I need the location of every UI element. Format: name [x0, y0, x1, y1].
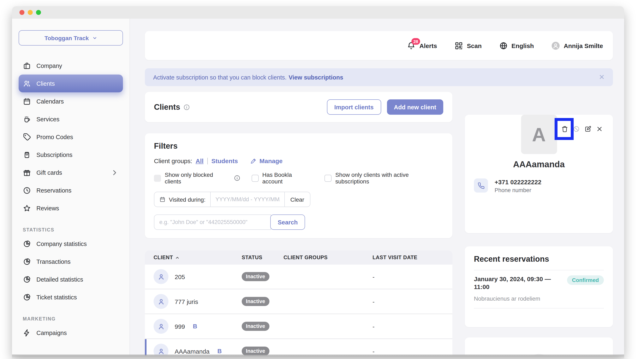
users-icon — [23, 79, 31, 88]
traffic-light-zoom-button[interactable] — [36, 10, 41, 15]
client-avatar — [154, 294, 168, 309]
table-row[interactable]: 999 B Inactive - — [145, 314, 452, 339]
clear-dates-button[interactable]: Clear — [284, 192, 310, 207]
banner-link[interactable]: View subscriptions — [289, 74, 343, 81]
reservation-item[interactable]: January 30, 2024, 09:30 — 11:00 Confirme… — [474, 275, 604, 291]
column-header-client[interactable]: CLIENT — [154, 255, 242, 260]
scan-label: Scan — [467, 42, 482, 49]
recent-reservations-card: Recent reservations January 30, 2024, 09… — [465, 246, 613, 327]
checkbox-active-subscriptions[interactable]: Show only clients with active subscripti… — [324, 171, 443, 185]
client-detail-name: AAAamanda — [465, 159, 613, 169]
app-window: Toboggan Track Company Clients Calendars — [12, 6, 624, 355]
search-input[interactable] — [154, 214, 271, 230]
sidebar-item-gift-cards[interactable]: Gift cards — [18, 164, 123, 181]
recent-reservations-title: Recent reservations — [474, 255, 604, 264]
table-row-selected[interactable]: AAAamanda B Inactive - — [145, 339, 452, 355]
sidebar-item-label: Calendars — [36, 98, 64, 105]
top-header-card: 28 Alerts Scan English Annija Smil — [145, 31, 613, 60]
block-icon[interactable] — [573, 126, 580, 133]
visited-during-label: Visited during: — [169, 196, 206, 203]
cup-icon — [23, 115, 31, 123]
traffic-light-close-button[interactable] — [20, 10, 24, 15]
sidebar-item-detailed-statistics[interactable]: Detailed statistics — [18, 270, 123, 288]
checkbox-label: Show only clients with active subscripti… — [335, 171, 443, 185]
client-avatar — [154, 269, 168, 284]
client-name: 999 — [175, 323, 185, 330]
column-header-last-visit[interactable]: LAST VISIT DATE — [372, 255, 452, 260]
last-visit-cell: - — [372, 298, 452, 305]
checkbox-has-bookla[interactable]: Has Bookla account — [252, 171, 313, 185]
import-clients-button[interactable]: Import clients — [327, 99, 381, 115]
sidebar-item-subscriptions[interactable]: Subscriptions — [18, 146, 123, 164]
person-icon — [157, 273, 165, 280]
column-header-status[interactable]: STATUS — [242, 255, 284, 260]
screenshot-stage: Toboggan Track Company Clients Calendars — [0, 0, 644, 359]
subscriptions-empty-card — [465, 337, 613, 355]
checkbox-box[interactable] — [324, 175, 332, 182]
traffic-light-minimize-button[interactable] — [28, 10, 33, 15]
sidebar-item-clients[interactable]: Clients — [18, 75, 123, 92]
phone-row: +371 022222222 Phone number — [465, 178, 613, 193]
alerts-button[interactable]: 28 Alerts — [407, 41, 437, 50]
sidebar-item-services[interactable]: Services — [18, 110, 123, 128]
sidebar-item-calendars[interactable]: Calendars — [18, 92, 123, 110]
client-detail-avatar: A — [521, 115, 557, 154]
group-filter-students[interactable]: Students — [211, 157, 238, 164]
sidebar-item-label: Subscriptions — [36, 151, 72, 158]
sidebar-item-reservations[interactable]: Reservations — [18, 181, 123, 199]
sidebar-item-reviews[interactable]: Reviews — [18, 199, 123, 217]
group-filter-all[interactable]: All — [196, 157, 204, 164]
divider — [474, 270, 604, 270]
titlebar — [12, 6, 624, 19]
page-title: Clients — [154, 103, 180, 112]
checkbox-box[interactable] — [154, 175, 161, 182]
close-icon[interactable] — [596, 126, 603, 133]
add-new-client-button[interactable]: Add new client — [387, 99, 443, 115]
qr-scan-icon — [454, 41, 463, 50]
table-row[interactable]: 205 Inactive - — [145, 265, 452, 289]
search-button[interactable]: Search — [270, 214, 305, 230]
bookla-badge: B — [217, 348, 222, 354]
workspace-name: Toboggan Track — [44, 35, 89, 41]
sidebar-section-statistics: STATISTICS — [23, 227, 123, 232]
checkbox-show-blocked[interactable]: Show only blocked clients — [154, 171, 240, 185]
alerts-count-badge: 28 — [411, 38, 420, 45]
sidebar-item-label: Reviews — [36, 205, 59, 211]
pencil-icon — [250, 158, 256, 164]
client-phone-number: +371 022222222 — [494, 178, 541, 185]
gift-icon — [23, 168, 31, 177]
manage-groups-button[interactable]: Manage — [250, 157, 283, 164]
edit-icon[interactable] — [584, 126, 592, 133]
user-menu[interactable]: Annija Smilte — [551, 41, 603, 50]
banner-close-icon[interactable]: ✕ — [599, 73, 605, 82]
table-row[interactable]: 777 juris Inactive - — [145, 289, 452, 314]
sidebar-item-label: Company — [36, 62, 62, 69]
language-selector[interactable]: English — [499, 41, 534, 50]
workspace-selector[interactable]: Toboggan Track — [18, 30, 123, 46]
sidebar-item-promo-codes[interactable]: Promo Codes — [18, 128, 123, 146]
annotation-highlight-box — [554, 118, 574, 140]
sidebar-item-company-statistics[interactable]: Company statistics — [18, 235, 123, 253]
scan-button[interactable]: Scan — [454, 41, 482, 50]
sidebar-item-label: Clients — [36, 80, 55, 87]
client-groups-row: Client groups: All Students Manage — [154, 157, 443, 164]
sidebar-item-label: Detailed statistics — [36, 276, 83, 283]
column-header-client-groups[interactable]: CLIENT GROUPS — [284, 255, 372, 260]
pie-chart-icon — [23, 293, 31, 301]
sidebar-item-transactions[interactable]: Transactions — [18, 253, 123, 270]
sidebar-item-label: Gift cards — [36, 169, 62, 176]
user-avatar-icon — [551, 41, 560, 50]
zap-icon — [23, 328, 31, 337]
filter-checkboxes: Show only blocked clients Has Bookla acc… — [154, 171, 443, 185]
status-badge: Inactive — [242, 322, 269, 331]
visited-during-input[interactable] — [211, 192, 284, 207]
sidebar-item-company[interactable]: Company — [18, 57, 123, 75]
status-badge: Inactive — [242, 272, 269, 281]
sidebar-item-campaigns[interactable]: Campaigns — [18, 324, 123, 341]
checkbox-box[interactable] — [252, 175, 258, 182]
clients-header-card: Clients Import clients Add new client — [145, 92, 452, 122]
pie-chart-icon — [23, 239, 31, 248]
sidebar-item-ticket-statistics[interactable]: Ticket statistics — [18, 288, 123, 306]
phone-label: Phone number — [494, 187, 541, 193]
sidebar-item-label: Campaigns — [36, 329, 67, 336]
